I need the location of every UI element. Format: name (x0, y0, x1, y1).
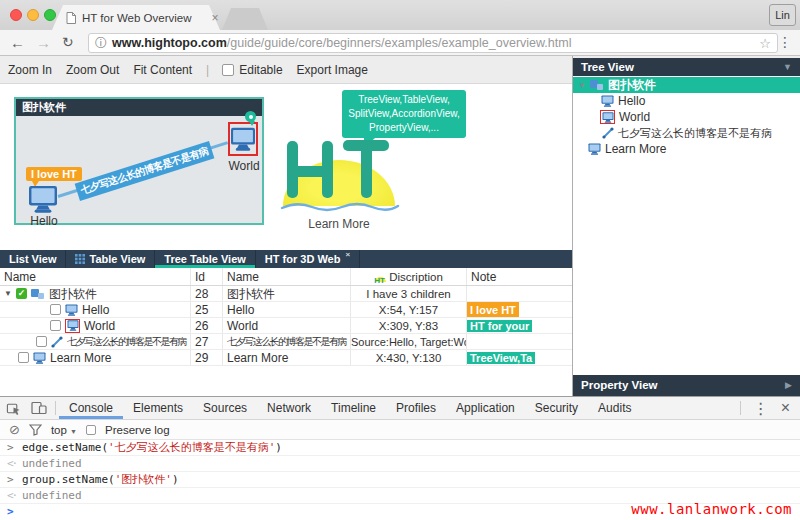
preserve-log-checkbox[interactable] (86, 425, 96, 435)
page-info-icon[interactable]: ⓘ (95, 35, 107, 52)
new-tab-button[interactable] (222, 8, 268, 30)
devtools-tab-network[interactable]: Network (257, 397, 321, 419)
minimize-window-button[interactable] (27, 9, 39, 21)
tab-list-view[interactable]: List View (0, 250, 66, 268)
prompt-chevron-icon: > (7, 504, 14, 520)
graph-view[interactable]: 图扑软件 七夕写这么长的博客是不是有病 I love HT Hello Worl… (0, 84, 572, 250)
tree-item-learn-more[interactable]: Learn More (573, 141, 800, 157)
property-view-header[interactable]: Property View ▶ (573, 375, 800, 396)
table-row-learn-more[interactable]: Learn More 29 Learn More X:430, Y:130 Tr… (0, 350, 572, 366)
table-row-edge[interactable]: 七夕写这么长的博客是不是有病 27 七夕写这么长的博客是不是有病 Source:… (0, 334, 572, 350)
collapse-arrow-icon[interactable]: ▼ (783, 58, 792, 76)
reload-icon[interactable]: ↻ (62, 30, 74, 55)
clear-console-icon[interactable]: ⊘ (9, 422, 20, 437)
tree-item-world[interactable]: World (573, 109, 800, 125)
devtools-tab-application[interactable]: Application (446, 397, 525, 419)
devtools-tab-security[interactable]: Security (525, 397, 588, 419)
row-checkbox[interactable] (50, 320, 61, 331)
devtools-tab-sources[interactable]: Sources (193, 397, 257, 419)
inspect-element-button[interactable] (0, 397, 26, 419)
console-input-entry: > group.setName('图扑软件') (0, 472, 800, 488)
browser-menu-icon[interactable]: ⋮ (778, 30, 792, 55)
note-chip: HT for your (467, 320, 532, 332)
export-image-button[interactable]: Export Image (297, 63, 368, 77)
world-pin-tail (249, 121, 255, 126)
zoom-in-button[interactable]: Zoom In (8, 63, 52, 77)
tab-ht-for-3d-web[interactable]: HT for 3D Web × (256, 250, 360, 268)
fit-content-button[interactable]: Fit Content (133, 63, 192, 77)
address-bar[interactable]: ⓘ www.hightopo.com /guide/guide/core/beg… (88, 33, 778, 53)
close-window-button[interactable] (10, 9, 22, 21)
device-toolbar-button[interactable] (26, 397, 52, 419)
col-header-name2[interactable]: Name (223, 268, 351, 285)
learn-more-node-label[interactable]: Learn More (283, 217, 395, 231)
ht-logo-wave (280, 200, 400, 214)
note-chip: I love HT (467, 302, 519, 317)
tab-tree-table-view[interactable]: Tree Table View (155, 250, 256, 268)
row-checkbox[interactable] (18, 352, 29, 363)
url-domain: www.hightopo.com (112, 36, 227, 50)
table-row-group[interactable]: ▼ ✓ 图扑软件 28 图扑软件 I have 3 children (0, 286, 572, 302)
tree-view-header[interactable]: Tree View ▼ (573, 58, 800, 76)
devtools-tab-timeline[interactable]: Timeline (321, 397, 386, 419)
devtools-tab-console[interactable]: Console (59, 397, 123, 419)
devtools-menu-icon[interactable]: ⋮ (753, 399, 769, 418)
watermark-text: www.lanlanwork.com (631, 501, 792, 517)
monitor-icon (602, 112, 614, 123)
filter-funnel-icon[interactable] (29, 424, 42, 436)
row-checkbox-checked[interactable]: ✓ (16, 288, 27, 299)
browser-window: HT for Web Overview × Lin ← → ↻ ⓘ www.hi… (0, 0, 800, 520)
table-row-world[interactable]: World 26 World X:309, Y:83 HT for your (0, 318, 572, 334)
expand-arrow-icon[interactable]: ▼ (578, 81, 586, 90)
expand-arrow-icon[interactable]: ▶ (785, 375, 792, 396)
bookmark-star-icon[interactable]: ☆ (759, 36, 771, 51)
zoom-out-button[interactable]: Zoom Out (66, 63, 119, 77)
tree-item-hello[interactable]: Hello (573, 93, 800, 109)
tab-close-icon[interactable]: × (212, 11, 219, 25)
monitor-icon (230, 127, 256, 151)
group-icon (31, 288, 45, 300)
devtools-tab-profiles[interactable]: Profiles (386, 397, 446, 419)
editable-checkbox[interactable] (222, 64, 234, 76)
devtools-close-icon[interactable]: × (781, 399, 790, 417)
col-header-note[interactable]: Note (467, 268, 572, 285)
row-checkbox[interactable] (50, 304, 61, 315)
monitor-icon (28, 185, 58, 213)
back-icon[interactable]: ← (10, 30, 25, 55)
execution-context-selector[interactable]: top ▼ (51, 424, 77, 436)
views-callout-line1: TreeView,TableView, (344, 93, 464, 107)
devtools-panel: Console Elements Sources Network Timelin… (0, 396, 800, 520)
tab-close-icon[interactable]: × (345, 246, 350, 264)
tree-item-edge[interactable]: 七夕写这么长的博客是不是有病 (573, 125, 800, 141)
col-header-discription[interactable]: HTDiscription (351, 268, 467, 285)
devtools-tab-elements[interactable]: Elements (123, 397, 193, 419)
tab-table-view[interactable]: Table View (66, 250, 155, 268)
device-icon (31, 401, 47, 415)
browser-toolbar: ← → ↻ ⓘ www.hightopo.com /guide/guide/co… (0, 30, 800, 56)
tab-title: HT for Web Overview (82, 12, 192, 24)
tree-item-group-selected[interactable]: ▼ 图扑软件 (573, 77, 800, 93)
table-row-hello[interactable]: Hello 25 Hello X:54, Y:157 I love HT (0, 302, 572, 318)
profile-button[interactable]: Lin (769, 4, 796, 26)
monitor-icon (33, 352, 46, 364)
active-tab-content[interactable]: HT for Web Overview × (66, 5, 219, 30)
hello-node[interactable] (28, 185, 58, 217)
views-callout: TreeView,TableView, SplitView,AccordionV… (342, 90, 466, 138)
devtools-tab-audits[interactable]: Audits (588, 397, 641, 419)
views-callout-line3: PropertyView,... (344, 121, 464, 135)
grid-icon (75, 254, 85, 264)
forward-icon[interactable]: → (36, 30, 51, 55)
hello-node-label: Hello (24, 214, 64, 228)
col-header-id[interactable]: Id (191, 268, 223, 285)
expand-arrow-icon[interactable]: ▼ (4, 286, 12, 301)
hello-note-callout: I love HT (26, 167, 82, 181)
ht-logo-letter-h (287, 166, 333, 177)
fullscreen-window-button[interactable] (44, 9, 56, 21)
edge-icon (602, 127, 614, 139)
world-node-selected[interactable] (228, 122, 258, 156)
console-output[interactable]: > edge.setName('七夕写这么长的博客是不是有病') <· unde… (0, 440, 800, 520)
col-header-name[interactable]: Name (0, 268, 191, 285)
edge-icon (51, 336, 63, 348)
main-content: Zoom In Zoom Out Fit Content | Editable … (0, 56, 572, 396)
row-checkbox[interactable] (36, 336, 47, 347)
